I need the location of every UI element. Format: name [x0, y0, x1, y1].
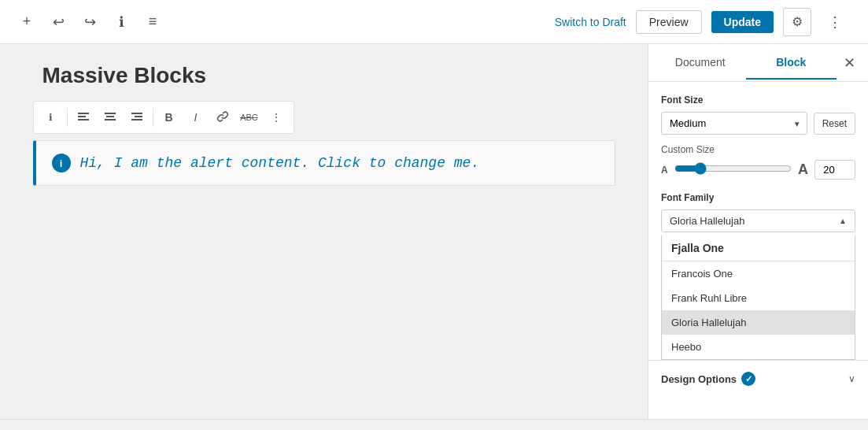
list-item[interactable]: Francois One [662, 261, 855, 286]
font-family-dropdown-header[interactable]: Gloria Hallelujah ▲ [661, 209, 855, 232]
preview-button[interactable]: Preview [636, 10, 702, 34]
font-size-row: Small Medium Large Larger ▼ Reset [661, 112, 855, 135]
design-options-label: Design Options [661, 373, 737, 385]
alert-content-text[interactable]: Hi, I am the alert content. Click to cha… [80, 155, 480, 171]
editor-area: Massive Blocks ℹ [0, 44, 648, 419]
reset-button[interactable]: Reset [814, 113, 855, 135]
font-list-header-item[interactable]: Fjalla One [662, 235, 855, 261]
info-icon: ℹ [119, 13, 124, 31]
settings-button[interactable]: ⚙ [783, 8, 811, 36]
align-center-icon [104, 110, 116, 125]
tab-block[interactable]: Block [746, 46, 837, 80]
font-size-select-wrapper: Small Medium Large Larger ▼ [661, 112, 807, 135]
font-list: Fjalla One Francois One Frank Ruhl Libre… [662, 235, 855, 359]
redo-button[interactable]: ↪ [76, 8, 104, 36]
main-area: Massive Blocks ℹ [0, 44, 868, 419]
svg-rect-0 [78, 113, 89, 114]
alert-info-icon: i [52, 154, 71, 172]
font-list-container: Fjalla One Francois One Frank Ruhl Libre… [661, 235, 855, 360]
font-size-select[interactable]: Small Medium Large Larger [661, 112, 807, 135]
toolbar-divider-2 [153, 108, 153, 127]
font-family-label: Font Family [661, 192, 855, 203]
design-options-left: Design Options ✓ [661, 372, 755, 386]
list-item[interactable]: Heebo [662, 335, 855, 359]
update-button[interactable]: Update [711, 11, 774, 33]
svg-rect-7 [135, 116, 142, 117]
design-options-expand-icon: ∨ [848, 373, 855, 384]
menu-icon: ≡ [149, 13, 157, 30]
switch-to-draft-button[interactable]: Switch to Draft [555, 16, 626, 28]
top-bar-center: Switch to Draft Preview Update ⚙ ⋮ [173, 8, 855, 36]
svg-rect-2 [78, 119, 89, 120]
top-bar-left-icons: + ↩ ↪ ℹ ≡ [13, 8, 167, 36]
size-letter-large: A [798, 161, 808, 178]
more-icon: ⋮ [828, 13, 842, 31]
font-size-slider[interactable] [674, 162, 792, 175]
custom-size-row: A A [661, 160, 855, 180]
slider-wrapper [674, 162, 792, 178]
link-icon [216, 110, 229, 125]
toolbar-divider [67, 108, 68, 127]
align-center-button[interactable] [98, 105, 123, 130]
italic-button[interactable]: I [183, 105, 209, 130]
sidebar: Document Block ✕ Font Size Small Medium … [648, 44, 868, 419]
align-right-icon [131, 110, 143, 125]
editor-content: Massive Blocks ℹ [33, 63, 615, 186]
svg-rect-4 [106, 116, 114, 117]
font-size-number-input[interactable] [814, 160, 855, 180]
font-family-selected-text: Gloria Hallelujah [670, 215, 744, 227]
link-button[interactable] [210, 105, 235, 130]
info-button[interactable]: ℹ [107, 8, 135, 36]
size-letter-small: A [661, 165, 668, 176]
custom-size-label: Custom Size [661, 144, 855, 155]
align-left-button[interactable] [71, 105, 96, 130]
add-button[interactable]: + [13, 8, 41, 36]
bold-button[interactable]: B [157, 105, 182, 130]
block-info-button[interactable]: ℹ [39, 105, 64, 130]
svg-rect-5 [105, 119, 116, 120]
sidebar-tabs: Document Block ✕ [648, 44, 868, 82]
tab-document[interactable]: Document [655, 46, 746, 80]
alert-block[interactable]: i Hi, I am the alert content. Click to c… [33, 140, 615, 186]
align-left-icon [77, 110, 90, 125]
list-item[interactable]: Frank Ruhl Libre [662, 286, 855, 310]
svg-rect-8 [131, 119, 142, 120]
more-toolbar-button[interactable]: ⋮ [264, 105, 289, 130]
add-icon: + [23, 13, 31, 30]
svg-rect-6 [131, 113, 142, 114]
svg-rect-3 [105, 113, 116, 114]
design-options-badge: ✓ [741, 372, 755, 386]
settings-icon: ⚙ [792, 14, 803, 29]
undo-icon: ↩ [53, 13, 65, 31]
align-right-button[interactable] [124, 105, 150, 130]
sidebar-body: Font Size Small Medium Large Larger ▼ Re… [648, 82, 868, 419]
svg-rect-1 [78, 116, 86, 117]
redo-icon: ↪ [84, 13, 96, 31]
font-size-label: Font Size [661, 95, 855, 106]
menu-button[interactable]: ≡ [139, 8, 167, 36]
bottom-scrollbar[interactable] [0, 419, 868, 430]
top-bar: + ↩ ↪ ℹ ≡ Switch to Draft Preview Update… [0, 0, 868, 44]
undo-button[interactable]: ↩ [44, 8, 72, 36]
font-family-arrow-icon: ▲ [839, 217, 847, 225]
sidebar-close-button[interactable]: ✕ [837, 50, 862, 76]
strikethrough-button[interactable]: ABC [237, 105, 262, 130]
block-info-icon: ℹ [49, 112, 53, 123]
more-options-button[interactable]: ⋮ [821, 8, 849, 36]
block-toolbar: ℹ B [33, 101, 294, 134]
list-item[interactable]: Gloria Hallelujah [662, 310, 855, 335]
design-options-row[interactable]: Design Options ✓ ∨ [648, 360, 868, 397]
post-title: Massive Blocks [33, 63, 615, 88]
